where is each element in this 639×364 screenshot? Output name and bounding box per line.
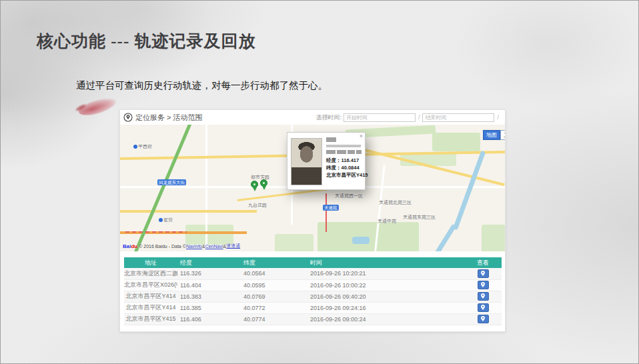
- location-pin-circle-icon: [123, 113, 133, 122]
- baidu-logo: Bai: [123, 243, 131, 249]
- cell-view: [464, 279, 502, 291]
- map-pin-icon: [480, 316, 486, 322]
- map-pin-icon: [480, 293, 486, 299]
- col-header-time: 时间: [307, 257, 464, 268]
- cell-time: 2016-09-26 09:00:24: [307, 313, 464, 325]
- attribution-link-navinfo[interactable]: NavInfo: [186, 244, 202, 249]
- cell-latitude: 40.0774: [241, 313, 307, 325]
- main-road: [120, 210, 257, 213]
- cell-latitude: 40.0772: [241, 302, 307, 313]
- popup-latitude: 纬度：40.0844: [326, 164, 364, 171]
- park-area: [482, 225, 505, 251]
- map-type-control: 地图 卫星: [483, 130, 505, 140]
- track-pin-marker[interactable]: [260, 179, 267, 187]
- table-body: 北京市海淀区西二旗中路 116.326 40.0564 2016-09-26 1…: [124, 268, 502, 325]
- view-location-button[interactable]: [478, 269, 489, 278]
- col-header-latitude: 纬度: [241, 257, 307, 268]
- map-label: 平西府: [133, 143, 152, 150]
- map-label: 天通苑北苑三区: [379, 199, 412, 206]
- col-header-address: 地址: [124, 257, 177, 268]
- redacted-name: [326, 137, 336, 142]
- popup-text-block: 经度：116.417 纬度：40.0844 北京市昌平区Y415: [326, 137, 364, 179]
- map-label: 回龙观东大街: [157, 179, 186, 185]
- satellite-view-button[interactable]: 卫星: [500, 130, 505, 140]
- person-info-popup: × 经度：116.417 纬度：40.0844 北京市昌平区Y415: [287, 132, 366, 190]
- map-attribution: Bai du © 2016 Baidu - Data © NavInfo & C…: [123, 243, 240, 249]
- breadcrumb: 定位服务 > 活动范围: [135, 113, 203, 123]
- table-header-row: 地址 经度 纬度 时间 查看: [124, 257, 502, 268]
- cell-address: 北京市海淀区西二旗中路: [124, 268, 177, 279]
- map-label: 天通苑东苑三区: [403, 214, 436, 221]
- time-filter-label: 选择时间:: [315, 113, 342, 122]
- cell-address: 北京市昌平区Y414: [124, 291, 177, 302]
- cell-latitude: 40.0595: [241, 279, 307, 291]
- redacted-datetime: [326, 150, 364, 154]
- table-row: 北京市海淀区西二旗中路 116.326 40.0564 2016-09-26 1…: [124, 268, 502, 279]
- cell-time: 2016-09-26 10:20:21: [307, 268, 464, 279]
- cell-time: 2016-09-26 09:24:16: [307, 302, 464, 313]
- map-label: 霍营: [159, 217, 173, 223]
- cell-latitude: 40.0769: [241, 291, 307, 302]
- cell-address: 北京市昌平区X026(中东路): [124, 279, 177, 291]
- map-pin-icon: [480, 305, 486, 311]
- river: [432, 224, 457, 251]
- cell-view: [464, 268, 502, 279]
- view-location-button[interactable]: [478, 281, 489, 289]
- track-polyline-segment: [125, 231, 187, 233]
- track-table-wrap: 地址 经度 纬度 时间 查看 北京市海淀区西二旗中路 116.326 40.05…: [124, 257, 501, 325]
- cell-longitude: 116.385: [177, 302, 241, 313]
- app-screenshot-panel: 定位服务 > 活动范围 选择时间: / /: [119, 109, 506, 332]
- cell-address: 北京市昌平区Y415: [124, 313, 177, 325]
- cell-longitude: 116.406: [177, 313, 241, 325]
- cell-address: 北京市昌平区Y414: [124, 302, 177, 313]
- map-label: 都市芳园: [251, 174, 269, 181]
- cell-time: 2016-09-26 09:40:20: [307, 291, 464, 302]
- end-time-input[interactable]: [422, 113, 494, 122]
- view-location-button[interactable]: [478, 292, 489, 301]
- map-label: 九台庄园: [248, 202, 267, 209]
- view-location-button[interactable]: [478, 315, 489, 323]
- baidu-logo-suffix: du: [131, 243, 137, 249]
- cell-latitude: 40.0564: [241, 268, 307, 279]
- col-header-longitude: 经度: [177, 257, 241, 268]
- map-view-button[interactable]: 地图: [483, 130, 500, 140]
- attribution-link-cennavi[interactable]: CenNavi: [205, 244, 223, 249]
- cell-longitude: 116.383: [177, 291, 241, 302]
- start-time-input[interactable]: [344, 113, 416, 122]
- map-label: 天通苑: [323, 205, 339, 211]
- map-label: 天通苑西一区: [335, 193, 363, 199]
- attribution-link-daodaotong[interactable]: 道道通: [226, 243, 240, 249]
- cell-longitude: 116.326: [177, 268, 241, 279]
- table-row: 北京市昌平区Y414 116.383 40.0769 2016-09-26 09…: [124, 291, 502, 302]
- river: [453, 151, 486, 231]
- attribution-text: © 2016 Baidu - Data ©: [139, 244, 186, 249]
- popup-longitude: 经度：116.417: [326, 157, 364, 164]
- table-row: 北京市昌平区Y414 116.385 40.0772 2016-09-26 09…: [124, 302, 502, 313]
- table-row: 北京市昌平区Y415 116.406 40.0774 2016-09-26 09…: [124, 313, 502, 325]
- park-area: [432, 133, 480, 151]
- popup-address: 北京市昌平区Y415: [326, 171, 364, 179]
- map-pin-icon: [480, 282, 486, 288]
- app-header: 定位服务 > 活动范围 选择时间: / /: [120, 110, 505, 125]
- cell-longitude: 116.404: [177, 279, 241, 291]
- time-separator: /: [418, 114, 420, 121]
- page-title: 核心功能 --- 轨迹记录及回放: [37, 30, 255, 52]
- col-header-view: 查看: [464, 257, 502, 268]
- time-separator: /: [497, 114, 499, 121]
- view-location-button[interactable]: [478, 303, 489, 312]
- cell-view: [464, 302, 502, 313]
- pond: [352, 237, 370, 244]
- map-canvas[interactable]: 地图 卫星 Bai du © 2016 Baidu - Data © NavIn…: [120, 125, 505, 251]
- person-photo: [291, 138, 322, 185]
- map-pin-icon: [480, 271, 486, 277]
- track-pin-marker[interactable]: [251, 181, 258, 188]
- map-label: 天通中苑: [378, 218, 396, 225]
- cell-view: [464, 291, 502, 302]
- park-area: [185, 225, 233, 245]
- park-area: [275, 234, 313, 251]
- table-row: 北京市昌平区X026(中东路) 116.404 40.0595 2016-09-…: [124, 279, 502, 291]
- cell-view: [464, 313, 502, 325]
- track-table: 地址 经度 纬度 时间 查看 北京市海淀区西二旗中路 116.326 40.05…: [124, 257, 502, 325]
- cell-time: 2016-09-26 10:00:22: [307, 279, 464, 291]
- redacted-subtitle: [326, 145, 361, 147]
